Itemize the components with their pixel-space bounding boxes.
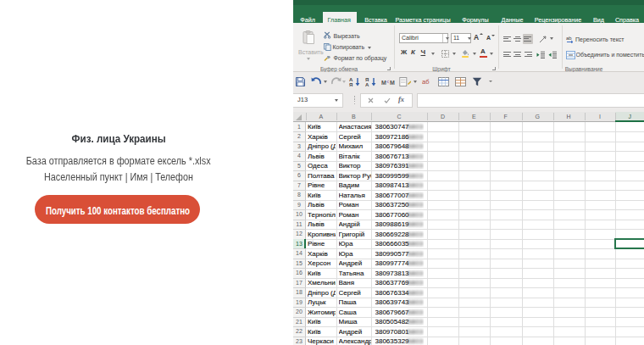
svg-text:аб: аб [422, 78, 429, 86]
svg-text:М: М [381, 80, 386, 86]
svg-text:ab: ab [566, 36, 572, 41]
svg-text:М: М [390, 80, 395, 86]
svg-text:Я: Я [349, 82, 353, 86]
svg-text:А: А [365, 82, 369, 86]
